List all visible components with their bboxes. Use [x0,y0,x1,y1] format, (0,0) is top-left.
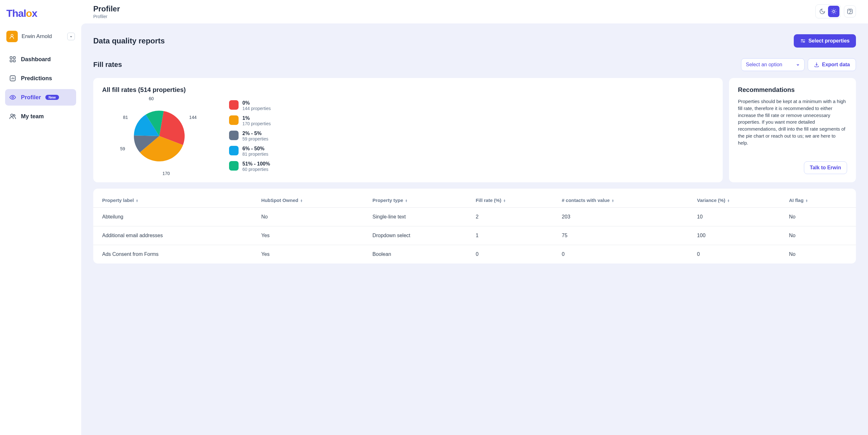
nav: Dashboard Predictions Profiler New My t [5,51,76,125]
legend-item[interactable]: 0% 144 properties [229,100,271,111]
legend-label: 2% - 5% [242,131,269,136]
table-cell: No [257,208,368,226]
sidebar-item-label: My team [21,113,44,120]
light-mode-button[interactable] [828,6,839,17]
table-cell: 100 [692,226,784,245]
pie-slice-label: 81 [123,115,128,120]
user-icon [9,33,15,40]
properties-table: Property label▲▼HubSpot Owned▲▼Property … [93,194,856,264]
chart-legend: 0% 144 properties 1% 170 properties 2% -… [229,100,271,172]
sort-icon: ▲▼ [503,199,506,202]
table-header[interactable]: Property type▲▼ [368,194,471,208]
grid-icon [9,56,17,63]
table-header[interactable]: HubSpot Owned▲▼ [257,194,368,208]
svg-point-7 [11,114,13,116]
legend-label: 0% [242,100,271,106]
table-header[interactable]: Fill rate (%)▲▼ [471,194,557,208]
sidebar: Thalox Erwin Arnold Dashboard Pre [0,0,81,435]
sidebar-item-myteam[interactable]: My team [5,108,76,125]
help-icon [847,8,853,14]
sidebar-item-predictions[interactable]: Predictions [5,70,76,87]
color-swatch [229,146,239,155]
user-name: Erwin Arnold [22,33,63,40]
table-header[interactable]: Variance (%)▲▼ [692,194,784,208]
sort-icon: ▲▼ [806,199,808,202]
avatar [6,31,18,42]
table-cell: No [784,226,856,245]
svg-rect-4 [13,60,15,62]
legend-sublabel: 144 properties [242,106,271,111]
sidebar-item-profiler[interactable]: Profiler New [5,89,76,106]
table-cell: 0 [471,245,557,264]
sidebar-item-label: Dashboard [21,56,51,63]
sidebar-item-label: Predictions [21,75,52,82]
sidebar-item-dashboard[interactable]: Dashboard [5,51,76,68]
pie-chart[interactable]: 144170598160 [102,98,216,174]
legend-item[interactable]: 6% - 50% 81 properties [229,146,271,157]
export-data-button[interactable]: Export data [808,58,856,71]
table-cell: Boolean [368,245,471,264]
svg-rect-3 [10,60,12,62]
color-swatch [229,100,239,110]
fill-rates-chart-card: All fill rates (514 properties) 14417059… [93,78,723,182]
logo[interactable]: Thalox [5,8,76,19]
sidebar-item-label: Profiler [21,94,41,101]
legend-item[interactable]: 51% - 100% 60 properties [229,161,271,172]
table-cell: Additional email addresses [93,226,257,245]
svg-point-0 [11,34,13,36]
theme-toggle [815,4,841,19]
sort-icon: ▲▼ [300,199,303,202]
select-placeholder: Select an option [746,62,782,68]
chevron-down-icon [69,35,73,38]
team-icon [9,112,17,120]
table-cell: Abteilung [93,208,257,226]
legend-label: 6% - 50% [242,146,269,152]
svg-point-6 [12,96,13,98]
sort-icon: ▲▼ [727,199,730,202]
user-menu[interactable]: Erwin Arnold [5,31,76,42]
properties-table-card: Property label▲▼HubSpot Owned▲▼Property … [93,189,856,264]
user-dropdown-toggle[interactable] [67,33,75,40]
logo-text-suffix: x [32,8,37,19]
option-select[interactable]: Select an option [741,58,805,71]
table-cell: Ads Consent from Forms [93,245,257,264]
legend-item[interactable]: 2% - 5% 59 properties [229,131,271,141]
table-cell: Dropdown select [368,226,471,245]
recommendations-card: Recommendations Properties should be kep… [729,78,856,182]
logo-text: Thal [6,8,26,19]
pie-slice-label: 170 [162,171,170,176]
section-title: Data quality reports [93,36,165,45]
svg-point-10 [849,13,850,13]
pie-slice-label: 144 [189,115,196,120]
table-header[interactable]: # contacts with value▲▼ [557,194,692,208]
sort-icon: ▲▼ [136,199,138,202]
table-cell: Yes [257,226,368,245]
button-label: Export data [822,62,850,68]
table-cell: 0 [557,245,692,264]
help-button[interactable] [844,5,856,18]
topbar: Profiler Profiler [81,0,868,24]
table-cell: 10 [692,208,784,226]
pie-slice-label: 59 [120,146,125,151]
recommendations-text: Properties should be kept at a minimum w… [738,98,847,154]
color-swatch [229,161,239,171]
sun-icon [831,8,837,14]
svg-point-12 [802,40,803,41]
content: Data quality reports Select properties F… [81,24,868,435]
select-properties-button[interactable]: Select properties [794,34,856,47]
dark-mode-button[interactable] [816,6,828,17]
sort-icon: ▲▼ [405,199,408,202]
table-row[interactable]: AbteilungNoSingle-line text220310No [93,208,856,226]
table-header[interactable]: AI flag▲▼ [784,194,856,208]
svg-point-13 [804,41,805,42]
table-row[interactable]: Additional email addressesYesDropdown se… [93,226,856,245]
table-cell: No [784,245,856,264]
subsection-title: Fill rates [93,61,122,69]
new-badge: New [45,95,59,100]
legend-item[interactable]: 1% 170 properties [229,115,271,126]
table-cell: 75 [557,226,692,245]
table-header[interactable]: Property label▲▼ [93,194,257,208]
logo-accent: o [26,8,32,19]
table-row[interactable]: Ads Consent from FormsYesBoolean000No [93,245,856,264]
talk-to-erwin-button[interactable]: Talk to Erwin [804,161,847,174]
